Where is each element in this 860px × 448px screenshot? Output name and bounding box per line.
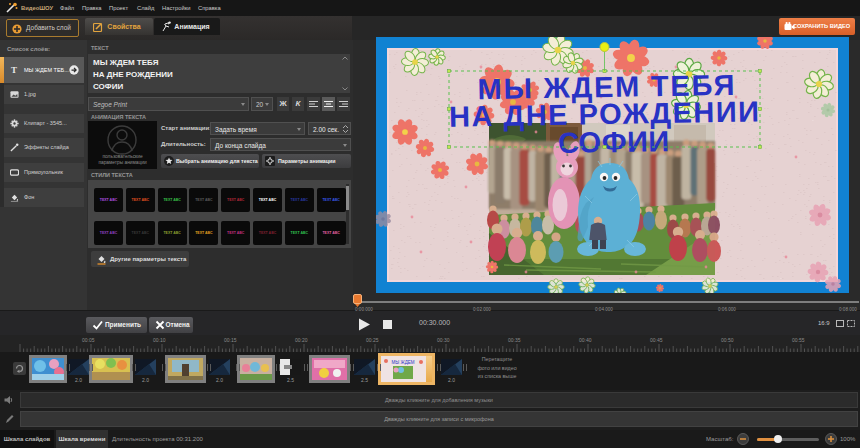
svg-text:МЫ ЖДЕМ: МЫ ЖДЕМ [392,360,415,365]
svg-text:T: T [11,65,17,74]
svg-text:СОФИИ: СОФИИ [558,125,670,159]
